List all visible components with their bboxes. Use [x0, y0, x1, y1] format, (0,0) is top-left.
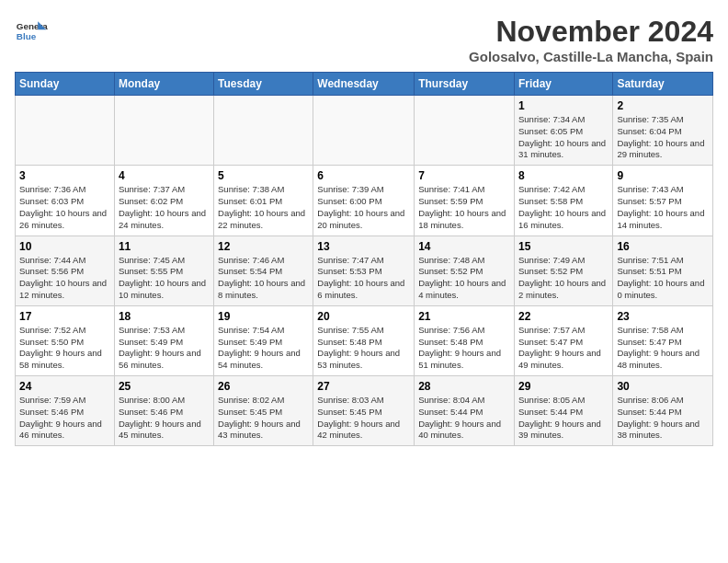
day-info: Sunrise: 7:51 AMSunset: 5:51 PMDaylight:…	[617, 255, 709, 302]
day-cell: 20Sunrise: 7:55 AMSunset: 5:48 PMDayligh…	[313, 305, 415, 375]
day-info: Sunrise: 8:02 AMSunset: 5:45 PMDaylight:…	[218, 395, 309, 442]
day-number: 3	[19, 169, 110, 182]
day-cell: 23Sunrise: 7:58 AMSunset: 5:47 PMDayligh…	[613, 305, 713, 375]
day-number: 14	[418, 240, 510, 253]
day-info: Sunrise: 7:41 AMSunset: 5:59 PMDaylight:…	[418, 184, 510, 231]
day-cell: 21Sunrise: 7:56 AMSunset: 5:48 PMDayligh…	[415, 305, 515, 375]
weekday-friday: Friday	[514, 73, 612, 96]
location-title: Golosalvo, Castille-La Mancha, Spain	[469, 49, 713, 64]
day-number: 15	[518, 240, 609, 253]
day-number: 30	[617, 380, 709, 393]
day-info: Sunrise: 7:48 AMSunset: 5:52 PMDaylight:…	[418, 255, 510, 302]
day-number: 17	[19, 310, 110, 323]
day-cell: 24Sunrise: 7:59 AMSunset: 5:46 PMDayligh…	[16, 376, 115, 446]
day-cell: 19Sunrise: 7:54 AMSunset: 5:49 PMDayligh…	[214, 305, 313, 375]
day-cell	[313, 96, 415, 166]
day-info: Sunrise: 7:52 AMSunset: 5:50 PMDaylight:…	[19, 325, 110, 372]
day-info: Sunrise: 8:06 AMSunset: 5:44 PMDaylight:…	[617, 395, 709, 442]
day-number: 26	[218, 380, 309, 393]
day-cell: 11Sunrise: 7:45 AMSunset: 5:55 PMDayligh…	[114, 236, 213, 305]
day-cell: 25Sunrise: 8:00 AMSunset: 5:46 PMDayligh…	[114, 376, 213, 446]
day-cell	[16, 96, 115, 166]
day-number: 13	[317, 240, 410, 253]
day-cell: 27Sunrise: 8:03 AMSunset: 5:45 PMDayligh…	[313, 376, 415, 446]
day-number: 8	[518, 169, 609, 182]
day-cell: 13Sunrise: 7:47 AMSunset: 5:53 PMDayligh…	[313, 236, 415, 305]
logo-icon: General Blue	[15, 15, 48, 48]
day-info: Sunrise: 8:00 AMSunset: 5:46 PMDaylight:…	[119, 395, 210, 442]
day-cell: 6Sunrise: 7:39 AMSunset: 6:00 PMDaylight…	[313, 166, 415, 236]
day-number: 18	[119, 310, 210, 323]
day-number: 7	[418, 169, 510, 182]
day-cell: 3Sunrise: 7:36 AMSunset: 6:03 PMDaylight…	[16, 166, 115, 236]
weekday-sunday: Sunday	[16, 73, 115, 96]
day-cell: 7Sunrise: 7:41 AMSunset: 5:59 PMDaylight…	[415, 166, 515, 236]
day-cell	[114, 96, 213, 166]
svg-text:Blue: Blue	[17, 31, 37, 41]
day-info: Sunrise: 7:46 AMSunset: 5:54 PMDaylight:…	[218, 255, 309, 302]
day-info: Sunrise: 7:42 AMSunset: 5:58 PMDaylight:…	[518, 184, 609, 231]
day-number: 21	[418, 310, 510, 323]
day-number: 5	[218, 169, 309, 182]
day-number: 2	[617, 99, 709, 112]
week-row-4: 17Sunrise: 7:52 AMSunset: 5:50 PMDayligh…	[16, 305, 713, 375]
day-info: Sunrise: 7:36 AMSunset: 6:03 PMDaylight:…	[19, 184, 110, 231]
day-number: 24	[19, 380, 110, 393]
day-info: Sunrise: 7:34 AMSunset: 6:05 PMDaylight:…	[518, 114, 609, 161]
day-number: 23	[617, 310, 709, 323]
day-info: Sunrise: 7:45 AMSunset: 5:55 PMDaylight:…	[119, 255, 210, 302]
day-cell: 22Sunrise: 7:57 AMSunset: 5:47 PMDayligh…	[514, 305, 612, 375]
week-row-3: 10Sunrise: 7:44 AMSunset: 5:56 PMDayligh…	[16, 236, 713, 305]
day-number: 9	[617, 169, 709, 182]
day-cell: 4Sunrise: 7:37 AMSunset: 6:02 PMDaylight…	[114, 166, 213, 236]
day-cell: 12Sunrise: 7:46 AMSunset: 5:54 PMDayligh…	[214, 236, 313, 305]
week-row-5: 24Sunrise: 7:59 AMSunset: 5:46 PMDayligh…	[16, 376, 713, 446]
day-cell: 15Sunrise: 7:49 AMSunset: 5:52 PMDayligh…	[514, 236, 612, 305]
week-row-2: 3Sunrise: 7:36 AMSunset: 6:03 PMDaylight…	[16, 166, 713, 236]
day-info: Sunrise: 7:44 AMSunset: 5:56 PMDaylight:…	[19, 255, 110, 302]
day-cell: 18Sunrise: 7:53 AMSunset: 5:49 PMDayligh…	[114, 305, 213, 375]
day-number: 4	[119, 169, 210, 182]
day-number: 28	[418, 380, 510, 393]
day-info: Sunrise: 7:57 AMSunset: 5:47 PMDaylight:…	[518, 325, 609, 372]
weekday-saturday: Saturday	[613, 73, 713, 96]
day-number: 19	[218, 310, 309, 323]
week-row-1: 1Sunrise: 7:34 AMSunset: 6:05 PMDaylight…	[16, 96, 713, 166]
calendar-table: SundayMondayTuesdayWednesdayThursdayFrid…	[15, 72, 713, 446]
day-cell: 29Sunrise: 8:05 AMSunset: 5:44 PMDayligh…	[514, 376, 612, 446]
weekday-wednesday: Wednesday	[313, 73, 415, 96]
day-number: 1	[518, 99, 609, 112]
day-info: Sunrise: 8:03 AMSunset: 5:45 PMDaylight:…	[317, 395, 410, 442]
day-cell	[415, 96, 515, 166]
day-info: Sunrise: 7:37 AMSunset: 6:02 PMDaylight:…	[119, 184, 210, 231]
day-info: Sunrise: 7:38 AMSunset: 6:01 PMDaylight:…	[218, 184, 309, 231]
day-number: 25	[119, 380, 210, 393]
day-info: Sunrise: 7:58 AMSunset: 5:47 PMDaylight:…	[617, 325, 709, 372]
day-cell: 30Sunrise: 8:06 AMSunset: 5:44 PMDayligh…	[613, 376, 713, 446]
day-cell: 17Sunrise: 7:52 AMSunset: 5:50 PMDayligh…	[16, 305, 115, 375]
day-cell: 9Sunrise: 7:43 AMSunset: 5:57 PMDaylight…	[613, 166, 713, 236]
title-block: November 2024 Golosalvo, Castille-La Man…	[469, 15, 713, 64]
day-cell: 26Sunrise: 8:02 AMSunset: 5:45 PMDayligh…	[214, 376, 313, 446]
day-cell: 28Sunrise: 8:04 AMSunset: 5:44 PMDayligh…	[415, 376, 515, 446]
day-info: Sunrise: 7:49 AMSunset: 5:52 PMDaylight:…	[518, 255, 609, 302]
logo: General Blue	[15, 15, 48, 48]
day-info: Sunrise: 7:59 AMSunset: 5:46 PMDaylight:…	[19, 395, 110, 442]
svg-text:General: General	[17, 21, 48, 31]
day-info: Sunrise: 7:54 AMSunset: 5:49 PMDaylight:…	[218, 325, 309, 372]
day-number: 6	[317, 169, 410, 182]
day-cell: 14Sunrise: 7:48 AMSunset: 5:52 PMDayligh…	[415, 236, 515, 305]
day-info: Sunrise: 7:35 AMSunset: 6:04 PMDaylight:…	[617, 114, 709, 161]
day-info: Sunrise: 8:04 AMSunset: 5:44 PMDaylight:…	[418, 395, 510, 442]
day-info: Sunrise: 7:53 AMSunset: 5:49 PMDaylight:…	[119, 325, 210, 372]
day-number: 27	[317, 380, 410, 393]
day-cell: 8Sunrise: 7:42 AMSunset: 5:58 PMDaylight…	[514, 166, 612, 236]
weekday-monday: Monday	[114, 73, 213, 96]
day-number: 10	[19, 240, 110, 253]
header: General Blue November 2024 Golosalvo, Ca…	[15, 15, 713, 64]
day-cell: 1Sunrise: 7:34 AMSunset: 6:05 PMDaylight…	[514, 96, 612, 166]
day-info: Sunrise: 7:39 AMSunset: 6:00 PMDaylight:…	[317, 184, 410, 231]
day-number: 22	[518, 310, 609, 323]
calendar-body: 1Sunrise: 7:34 AMSunset: 6:05 PMDaylight…	[16, 96, 713, 446]
day-info: Sunrise: 7:43 AMSunset: 5:57 PMDaylight:…	[617, 184, 709, 231]
